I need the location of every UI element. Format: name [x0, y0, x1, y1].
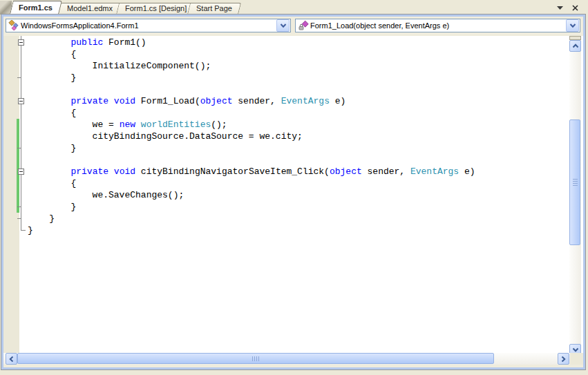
fold-end-tick — [17, 206, 21, 207]
fold-end-tick — [17, 218, 21, 219]
scroll-up-button[interactable] — [569, 40, 581, 52]
code-line: { — [28, 177, 475, 189]
horizontal-scrollbar-thumb[interactable] — [17, 353, 494, 364]
chevron-down-icon — [557, 6, 563, 10]
chevron-down-icon — [572, 347, 579, 352]
code-line: private void cityBindingNavigatorSaveIte… — [28, 166, 475, 177]
code-line: } — [28, 142, 475, 154]
code-line: InitializeComponent(); — [28, 60, 475, 72]
types-combobox-value: WindowsFormsApplication4.Form1 — [21, 21, 276, 30]
scroll-left-button[interactable] — [6, 353, 17, 365]
code-line: } — [28, 224, 475, 236]
code-line: cityBindingSource.DataSource = we.city; — [28, 131, 475, 142]
fold-end-tick — [17, 77, 21, 78]
private-method-icon — [298, 20, 309, 31]
fold-toggle-button[interactable] — [18, 98, 24, 104]
scroll-right-button[interactable] — [558, 353, 569, 365]
fold-end-tick — [17, 148, 21, 148]
fold-toggle-button[interactable] — [18, 39, 24, 46]
fold-end-tick — [21, 230, 26, 231]
change-tracking-bar — [17, 119, 19, 213]
document-tab-label: Form1.cs [Design] — [116, 3, 193, 12]
document-list-dropdown-button[interactable] — [555, 3, 565, 12]
document-tab-label: Start Page — [187, 3, 238, 12]
chevron-left-icon — [9, 356, 14, 363]
document-tab-label: Model1.edmx — [58, 3, 119, 12]
document-tab-strip: Form1.csModel1.edmxForm1.cs [Design]Star… — [0, 0, 588, 15]
class-icon — [8, 20, 19, 31]
horizontal-scrollbar[interactable] — [3, 353, 583, 365]
document-tab-label: Form1.cs — [10, 1, 59, 12]
tab-strip-controls — [555, 3, 580, 12]
code-line: we.SaveChanges(); — [28, 189, 475, 201]
fold-toggle-button[interactable] — [18, 169, 24, 175]
code-line: private void Form1_Load(object sender, E… — [28, 95, 475, 107]
document-tab[interactable]: Form1.cs — [10, 1, 59, 15]
editor-client-area: WindowsFormsApplication4.Form1 Form1_Loa… — [1, 15, 585, 369]
scrollbar-grip — [252, 356, 260, 361]
code-line: } — [28, 201, 475, 213]
vertical-scrollbar[interactable] — [569, 36, 581, 356]
code-editor[interactable]: public Form1() { InitializeComponent(); … — [3, 36, 583, 356]
code-line: public Form1() — [28, 37, 475, 48]
close-document-button[interactable] — [570, 3, 580, 12]
navigation-bar: WindowsFormsApplication4.Form1 Form1_Loa… — [3, 17, 583, 36]
vertical-scrollbar-thumb[interactable] — [569, 119, 580, 245]
code-line: } — [28, 72, 475, 84]
code-line — [28, 154, 475, 166]
code-line: } — [28, 213, 475, 224]
chevron-right-icon — [561, 356, 566, 363]
code-line: { — [28, 48, 475, 60]
members-combobox[interactable]: Form1_Load(object sender, EventArgs e) — [295, 19, 580, 32]
scrollbar-grip — [573, 179, 578, 186]
code-line: we = new worldEntities(); — [28, 119, 475, 131]
chevron-down-icon — [280, 23, 287, 28]
scrollbar-corner — [570, 353, 583, 365]
members-combobox-dropdown-button[interactable] — [566, 19, 579, 32]
document-tab[interactable]: Start Page — [187, 3, 238, 15]
types-combobox-dropdown-button[interactable] — [276, 19, 290, 32]
code-line: { — [28, 107, 475, 119]
fold-line — [21, 36, 21, 230]
code-text: public Form1() { InitializeComponent(); … — [28, 37, 475, 236]
chevron-up-icon — [572, 44, 579, 48]
document-tab[interactable]: Model1.edmx — [58, 3, 119, 15]
vs-editor-window: Form1.csModel1.edmxForm1.cs [Design]Star… — [0, 0, 588, 375]
members-combobox-value: Form1_Load(object sender, EventArgs e) — [310, 21, 566, 30]
types-combobox[interactable]: WindowsFormsApplication4.Form1 — [6, 19, 291, 32]
code-line — [28, 84, 475, 95]
close-icon — [572, 5, 578, 11]
chevron-down-icon — [569, 23, 576, 28]
document-tab[interactable]: Form1.cs [Design] — [116, 3, 193, 15]
